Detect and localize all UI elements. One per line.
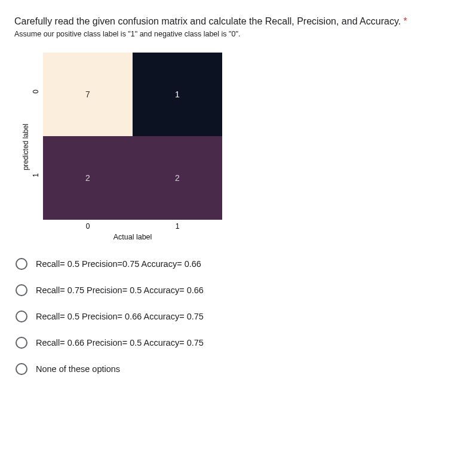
- y-ticks: 0 1: [31, 53, 43, 220]
- option-4[interactable]: None of these options: [16, 363, 462, 375]
- option-1[interactable]: Recall= 0.75 Precision= 0.5 Accuracy= 0.…: [16, 284, 462, 296]
- confusion-matrix-chart: predicted label 0 1 7 1 2 2 0 1 Actual l…: [22, 53, 462, 241]
- required-star: *: [404, 16, 407, 26]
- option-0[interactable]: Recall= 0.5 Precision=0.75 Accuracy= 0.6…: [16, 258, 462, 270]
- cell-pred1-act0: 2: [43, 136, 133, 220]
- option-2[interactable]: Recall= 0.5 Precision= 0.66 Accuracy= 0.…: [16, 310, 462, 322]
- x-tick-0: 0: [43, 220, 133, 230]
- question-subtext: Assume our positive class label is "1" a…: [14, 30, 462, 38]
- x-tick-1: 1: [133, 220, 222, 230]
- radio-icon: [16, 284, 27, 296]
- option-label: Recall= 0.75 Precision= 0.5 Accuracy= 0.…: [36, 285, 204, 295]
- option-3[interactable]: Recall= 0.66 Precision= 0.5 Accuracy= 0.…: [16, 337, 462, 349]
- option-label: Recall= 0.66 Precision= 0.5 Accuracy= 0.…: [36, 338, 204, 348]
- radio-icon: [16, 310, 27, 322]
- cell-pred1-act1: 2: [133, 136, 222, 220]
- radio-icon: [16, 258, 27, 270]
- cell-pred0-act0: 7: [43, 53, 133, 136]
- radio-icon: [16, 337, 27, 349]
- heatmap-grid: 7 1 2 2: [43, 53, 222, 220]
- option-label: Recall= 0.5 Precision= 0.66 Accuracy= 0.…: [36, 312, 204, 321]
- x-ticks: 0 1: [43, 220, 222, 230]
- y-tick-1: 1: [32, 173, 40, 183]
- x-axis-label: Actual label: [43, 233, 222, 241]
- y-tick-0: 0: [32, 90, 40, 99]
- options-list: Recall= 0.5 Precision=0.75 Accuracy= 0.6…: [16, 258, 462, 375]
- radio-icon: [16, 363, 27, 375]
- option-label: Recall= 0.5 Precision=0.75 Accuracy= 0.6…: [36, 259, 201, 269]
- question-title: Carefully read the given confusion matri…: [14, 14, 462, 29]
- option-label: None of these options: [36, 364, 120, 374]
- cell-pred0-act1: 1: [133, 53, 222, 136]
- question-text: Carefully read the given confusion matri…: [14, 16, 401, 26]
- y-axis-label: predicted label: [22, 124, 30, 170]
